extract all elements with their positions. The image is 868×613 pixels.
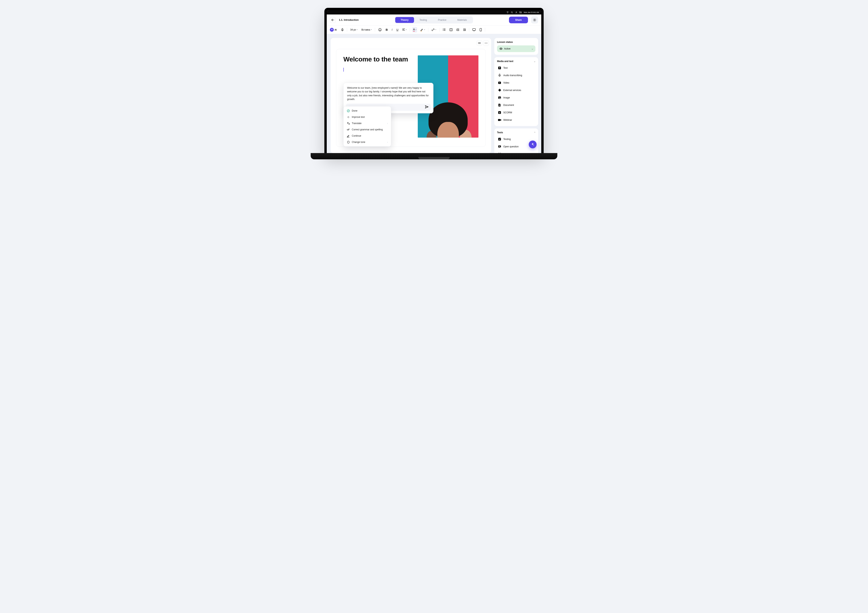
- media-text-panel: Media and text ⌵ T Text Audio transcribi…: [494, 57, 538, 126]
- desktop-preview-button[interactable]: [471, 27, 476, 33]
- ai-menu-tone[interactable]: Change tone ›: [345, 139, 390, 145]
- svg-point-22: [501, 48, 501, 49]
- svg-point-18: [485, 43, 485, 43]
- tab-theory[interactable]: Theory: [395, 17, 414, 23]
- pencil-line-icon: [347, 134, 350, 138]
- text-color-icon: A: [413, 28, 415, 31]
- svg-point-17: [480, 31, 481, 31]
- drag-handle-button[interactable]: [477, 40, 482, 46]
- collapse-icon[interactable]: ⌵: [534, 131, 535, 134]
- puzzle-icon: [498, 88, 501, 92]
- lesson-content-block: Welcome to the team: [336, 49, 486, 147]
- svg-point-11: [443, 29, 443, 29]
- insert-external[interactable]: External services: [497, 87, 535, 94]
- tab-materials[interactable]: Materials: [452, 17, 472, 23]
- dots-icon: [485, 43, 487, 43]
- send-button[interactable]: [425, 105, 429, 109]
- chevron-down-icon: ▾: [424, 29, 425, 31]
- ai-button[interactable]: AI: [330, 27, 338, 33]
- insert-testing[interactable]: Testing: [497, 136, 535, 142]
- status-select[interactable]: Active ⌵: [497, 45, 535, 52]
- list-button[interactable]: [442, 27, 446, 33]
- emoji-button[interactable]: [377, 27, 383, 33]
- indent-left-button[interactable]: [456, 27, 460, 33]
- svg-point-1: [516, 12, 517, 12]
- tests-title: Tests: [497, 131, 503, 134]
- svg-text:T: T: [499, 67, 500, 69]
- check-wave-icon: [347, 128, 350, 131]
- check-circle-icon: [347, 109, 350, 112]
- insert-audio[interactable]: Audio transcribing: [497, 72, 535, 79]
- breadcrumb: 1.1. Introduction: [339, 19, 359, 21]
- ai-menu-grammar[interactable]: Correct grammar and spelling: [345, 127, 390, 133]
- tab-testing[interactable]: Testing: [414, 17, 432, 23]
- svg-rect-15: [473, 29, 476, 31]
- ai-fab-button[interactable]: [529, 141, 536, 149]
- back-button[interactable]: [330, 17, 336, 23]
- svg-point-20: [487, 43, 487, 43]
- svg-rect-31: [498, 119, 500, 121]
- columns-button[interactable]: [449, 27, 453, 33]
- macos-menubar: Mon Jun 5 9:41 AM: [327, 10, 541, 14]
- more-button[interactable]: [483, 40, 489, 46]
- ai-menu-done[interactable]: Done: [345, 108, 390, 114]
- insert-scorm[interactable]: S SCORM: [497, 109, 535, 116]
- mic-button[interactable]: [340, 27, 344, 33]
- text-color-button[interactable]: A ▾: [412, 27, 417, 33]
- camera-icon: [498, 118, 501, 122]
- underline-icon: U: [397, 28, 398, 31]
- menubar-datetime: Mon Jun 5 9:41 AM: [524, 11, 539, 13]
- drag-lines-icon: [478, 42, 481, 44]
- right-sidebar: Lesson status Active ⌵ Media and text ⌵: [493, 34, 541, 153]
- insert-classification[interactable]: Classification: [497, 151, 535, 153]
- text-cursor[interactable]: [343, 68, 412, 72]
- settings-button[interactable]: [531, 17, 538, 23]
- insert-select[interactable]: Вставка ▾: [361, 27, 372, 33]
- ai-actions-menu: Done Improve text: [343, 106, 391, 147]
- insert-image[interactable]: Image: [497, 94, 535, 101]
- svg-point-12: [443, 29, 443, 30]
- mobile-preview-button[interactable]: [479, 27, 482, 33]
- bold-icon: B: [386, 28, 388, 31]
- play-icon: [498, 81, 501, 85]
- chevron-down-icon: ▾: [356, 29, 358, 31]
- align-left-icon: [402, 29, 405, 31]
- gear-icon: [533, 18, 536, 22]
- columns-icon: [450, 28, 453, 31]
- content-heading[interactable]: Welcome to the team: [343, 56, 412, 63]
- ai-menu-improve[interactable]: Improve text: [345, 114, 390, 120]
- chat-bubble-icon: [498, 145, 501, 149]
- underline-button[interactable]: U: [396, 27, 399, 33]
- highlight-button[interactable]: ▾: [420, 27, 426, 33]
- document-icon: [498, 103, 501, 107]
- chevron-down-icon: ▾: [371, 29, 372, 31]
- insert-video[interactable]: Video: [497, 79, 535, 86]
- insert-text[interactable]: T Text: [497, 65, 535, 71]
- tab-practice[interactable]: Practice: [432, 17, 452, 23]
- user-icon: [515, 11, 518, 14]
- italic-button[interactable]: i: [391, 27, 393, 33]
- svg-point-28: [499, 97, 499, 98]
- insert-document[interactable]: Document: [497, 102, 535, 108]
- ai-sparkle-icon: [330, 28, 334, 32]
- chevron-down-icon: ▾: [406, 29, 407, 31]
- share-button[interactable]: Share: [509, 17, 528, 23]
- insert-webinar[interactable]: Webinar: [497, 117, 535, 123]
- link-button[interactable]: ▾: [431, 27, 437, 33]
- svg-point-3: [520, 12, 520, 12]
- collapse-icon[interactable]: ⌵: [534, 60, 535, 63]
- ai-menu-translate[interactable]: Translate ›: [345, 120, 390, 127]
- svg-text:S: S: [499, 112, 500, 114]
- font-size-select[interactable]: 34 px ▾: [349, 27, 358, 33]
- svg-point-13: [443, 30, 443, 31]
- svg-point-8: [378, 28, 381, 31]
- text-icon: T: [498, 66, 501, 70]
- indent-right-button[interactable]: [462, 27, 467, 33]
- svg-point-10: [380, 29, 381, 29]
- align-button[interactable]: ▾: [401, 27, 408, 33]
- ai-generated-text: Welcome to our team, [new employee's nam…: [344, 83, 433, 104]
- chevron-right-icon: ›: [387, 141, 388, 143]
- ai-menu-continue[interactable]: Continue: [345, 133, 390, 139]
- bold-button[interactable]: B: [385, 27, 389, 33]
- svg-point-6: [534, 19, 535, 20]
